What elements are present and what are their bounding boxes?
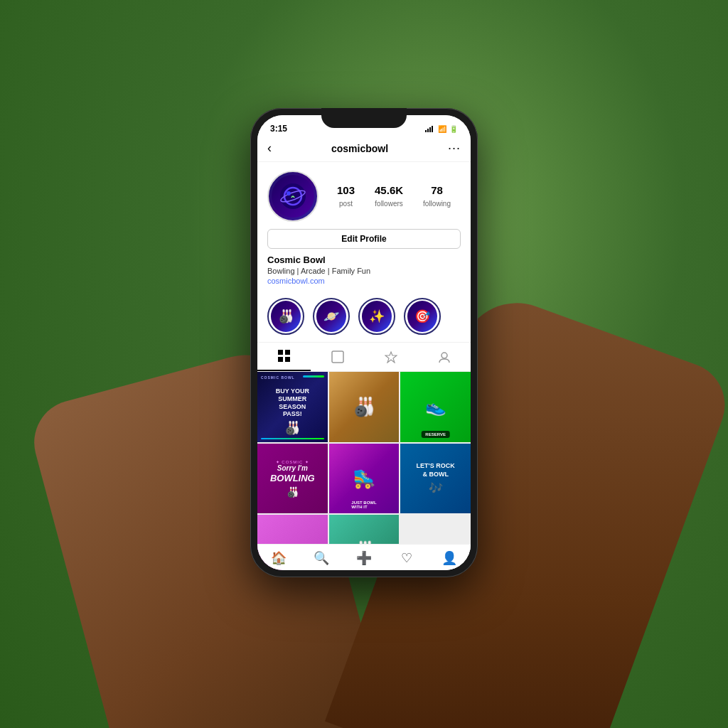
bowling-ball-emoji: 🎳 — [284, 421, 300, 437]
story-item[interactable]: 🪐 — [313, 298, 350, 335]
cosmic-label: ✦ COSMIC ✦ — [276, 459, 309, 464]
profile-button[interactable]: 👤 — [428, 550, 471, 566]
scrollable-content: 103 post 45.6K followers 78 following — [257, 162, 471, 570]
grid-post-3[interactable]: 👟 RESERVE — [400, 372, 471, 442]
profile-section: 103 post 45.6K followers 78 following — [257, 162, 471, 291]
tab-saved[interactable] — [364, 343, 417, 371]
avatar — [267, 171, 318, 222]
username-label: cosmicbowl — [331, 143, 388, 154]
post-5-emoji: 🛼 — [353, 468, 375, 490]
back-button[interactable]: ‹ — [267, 141, 272, 156]
phone-screen: 3:15 📶 🔋 ‹ cosmicbowl ··· — [257, 115, 471, 570]
story-item[interactable]: 🎳 — [267, 298, 304, 335]
tab-grid[interactable] — [257, 343, 311, 371]
home-button[interactable]: 🏠 — [257, 550, 300, 566]
progress-bar — [303, 375, 324, 378]
just-bowl-text: JUST BOWLWITH IT — [351, 500, 376, 509]
grid-post-4[interactable]: ✦ COSMIC ✦ Sorry I'mBOWLING 🎳 — [257, 444, 328, 514]
grid-post-2[interactable]: 🎳 — [329, 372, 400, 442]
search-button[interactable]: 🔍 — [300, 550, 343, 566]
profile-link[interactable]: cosmicbowl.com — [267, 277, 461, 285]
following-label: following — [423, 200, 451, 208]
stories-row: 🎳 🪐 ✨ 🎯 — [257, 291, 471, 343]
status-time: 3:15 — [270, 124, 287, 134]
phone-notch — [321, 108, 407, 128]
content-tabs — [257, 343, 471, 372]
svg-rect-10 — [278, 357, 283, 362]
profile-top: 103 post 45.6K followers 78 following — [267, 171, 461, 222]
battery-icon: 🔋 — [449, 125, 458, 133]
svg-rect-0 — [425, 130, 427, 132]
bottom-nav: 🏠 🔍 ➕ ♡ 👤 — [257, 544, 471, 570]
posts-stat[interactable]: 103 post — [337, 184, 355, 209]
bottom-bar — [261, 438, 324, 439]
posts-grid: COSMIC BOWL BUY YOURSUMMERSEASONPASS! 🎳 … — [257, 372, 471, 570]
profile-name: Cosmic Bowl — [267, 255, 461, 265]
svg-marker-13 — [385, 352, 397, 363]
svg-rect-8 — [278, 350, 283, 355]
svg-point-14 — [441, 353, 447, 358]
following-stat[interactable]: 78 following — [423, 184, 451, 209]
grid-post-1[interactable]: COSMIC BOWL BUY YOURSUMMERSEASONPASS! 🎳 — [257, 372, 328, 442]
followers-stat[interactable]: 45.6K followers — [375, 184, 403, 209]
svg-rect-2 — [429, 127, 431, 132]
tab-tagged[interactable] — [417, 343, 471, 371]
profile-bio: Bowling | Arcade | Family Fun — [267, 267, 461, 275]
grid-post-6[interactable]: LET'S ROCK& BOWL 🎶 — [400, 444, 471, 514]
svg-rect-12 — [332, 351, 343, 363]
status-icons: 📶 🔋 — [425, 125, 458, 133]
promo-headline: BUY YOURSUMMERSEASONPASS! — [276, 387, 309, 418]
svg-point-7 — [287, 191, 291, 196]
edit-profile-button[interactable]: Edit Profile — [267, 229, 461, 249]
signal-icon — [425, 125, 435, 132]
svg-rect-9 — [285, 350, 290, 355]
post-2-emoji: 🎳 — [353, 396, 375, 418]
bowling-text: Sorry I'mBOWLING — [270, 464, 315, 484]
more-button[interactable]: ··· — [448, 141, 461, 156]
story-item[interactable]: ✨ — [358, 298, 395, 335]
avatar-image — [272, 175, 314, 218]
following-count: 78 — [423, 184, 451, 196]
followers-label: followers — [375, 200, 402, 208]
svg-rect-3 — [432, 126, 433, 132]
profile-stats: 103 post 45.6K followers 78 following — [327, 184, 461, 209]
tab-reels[interactable] — [311, 343, 364, 371]
add-button[interactable]: ➕ — [343, 550, 385, 566]
posts-count: 103 — [337, 184, 355, 196]
posts-label: post — [339, 200, 353, 208]
top-nav: ‹ cosmicbowl ··· — [257, 136, 471, 162]
svg-rect-1 — [427, 129, 429, 132]
music-emoji: 🎶 — [429, 481, 443, 495]
pins-emoji: 🎳 — [287, 486, 299, 498]
phone-frame: 3:15 📶 🔋 ‹ cosmicbowl ··· — [250, 108, 478, 577]
activity-button[interactable]: ♡ — [385, 550, 428, 566]
lets-rock-text: LET'S ROCK& BOWL — [417, 462, 455, 478]
wifi-icon: 📶 — [438, 125, 446, 133]
story-item[interactable]: 🎯 — [404, 298, 441, 335]
followers-count: 45.6K — [375, 184, 403, 196]
reserve-label: RESERVE — [421, 431, 450, 438]
grid-post-5[interactable]: 🛼 JUST BOWLWITH IT — [329, 444, 400, 514]
svg-rect-11 — [285, 357, 290, 362]
brand-label: COSMIC BOWL — [261, 375, 295, 380]
post-3-emoji: 👟 — [425, 397, 446, 417]
